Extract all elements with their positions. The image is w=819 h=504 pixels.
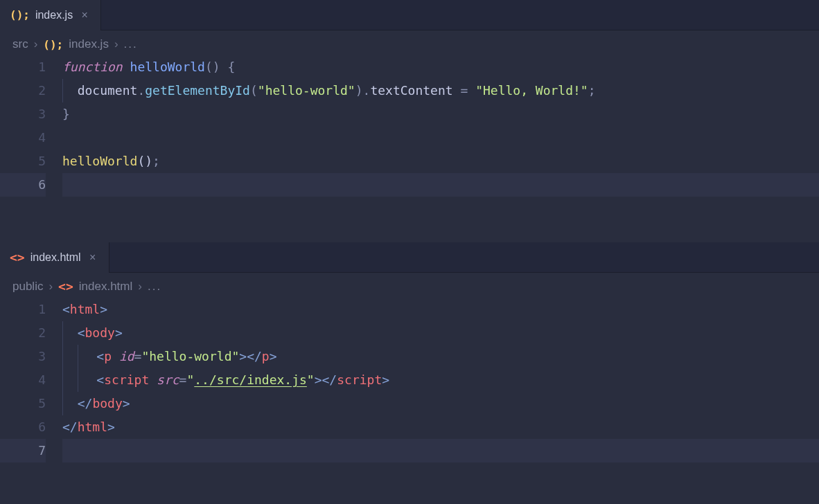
tab-index-html[interactable]: <> index.html ×: [0, 242, 109, 272]
code-line[interactable]: </body>: [62, 392, 819, 415]
code-content[interactable]: <html> <body> <p id="hello-world"></p> <…: [62, 298, 819, 504]
tab-bar: (); index.js ×: [0, 0, 819, 30]
breadcrumb[interactable]: src › (); index.js › ...: [0, 30, 819, 55]
line-number-gutter: 1 2 3 4 5 6: [0, 55, 62, 242]
code-line[interactable]: <script src="../src/index.js"></script>: [62, 368, 819, 392]
line-number: 2: [0, 79, 46, 102]
chevron-right-icon: ›: [114, 37, 118, 51]
chevron-right-icon: ›: [49, 280, 53, 294]
code-line[interactable]: [62, 173, 819, 197]
chevron-right-icon: ›: [138, 280, 142, 294]
breadcrumb-symbol[interactable]: ...: [124, 37, 138, 51]
breadcrumb-symbol[interactable]: ...: [148, 280, 161, 294]
tab-bar: <> index.html ×: [0, 242, 819, 273]
js-file-icon: ();: [10, 8, 30, 21]
tab-label: index.js: [35, 9, 73, 21]
code-line[interactable]: helloWorld();: [62, 150, 819, 173]
line-number: 3: [0, 102, 46, 126]
code-line[interactable]: }: [62, 102, 819, 126]
code-line[interactable]: document.getElementById("hello-world").t…: [62, 79, 819, 102]
breadcrumb-file[interactable]: index.html: [79, 280, 132, 294]
code-line[interactable]: [62, 126, 819, 150]
code-content[interactable]: function helloWorld() { document.getElem…: [62, 55, 819, 242]
code-line[interactable]: <body>: [62, 321, 819, 345]
chevron-right-icon: ›: [34, 37, 38, 51]
breadcrumb-file[interactable]: index.js: [69, 37, 109, 51]
line-number: 3: [0, 345, 46, 368]
close-icon[interactable]: ×: [87, 251, 99, 264]
code-line[interactable]: [62, 439, 819, 462]
breadcrumb-folder[interactable]: public: [12, 280, 43, 294]
line-number: 4: [0, 126, 46, 150]
line-number-gutter: 1 2 3 4 5 6 7: [0, 298, 62, 504]
tab-index-js[interactable]: (); index.js ×: [0, 0, 101, 30]
line-number: 5: [0, 150, 46, 173]
line-number: 2: [0, 321, 46, 345]
tab-label: index.html: [30, 251, 81, 264]
breadcrumb-folder[interactable]: src: [12, 37, 28, 51]
html-file-icon: <>: [58, 280, 73, 293]
line-number: 6: [0, 173, 46, 197]
editor-pane-html: <> index.html × public › <> index.html ›…: [0, 242, 819, 504]
line-number: 1: [0, 55, 46, 79]
line-number: 4: [0, 368, 46, 392]
line-number: 6: [0, 415, 46, 439]
code-line[interactable]: <html>: [62, 298, 819, 321]
line-number: 5: [0, 392, 46, 415]
close-icon[interactable]: ×: [78, 9, 91, 21]
code-editor[interactable]: 1 2 3 4 5 6 7 <html> <body> <p id="hello…: [0, 298, 819, 504]
code-line[interactable]: </html>: [62, 415, 819, 439]
code-editor[interactable]: 1 2 3 4 5 6 function helloWorld() { docu…: [0, 55, 819, 242]
js-file-icon: ();: [43, 38, 63, 51]
code-line[interactable]: function helloWorld() {: [62, 55, 819, 79]
code-line[interactable]: <p id="hello-world"></p>: [62, 345, 819, 368]
editor-pane-js: (); index.js × src › (); index.js › ... …: [0, 0, 819, 242]
breadcrumb[interactable]: public › <> index.html › ...: [0, 273, 819, 298]
line-number: 7: [0, 439, 46, 462]
line-number: 1: [0, 298, 46, 321]
html-file-icon: <>: [10, 251, 25, 264]
